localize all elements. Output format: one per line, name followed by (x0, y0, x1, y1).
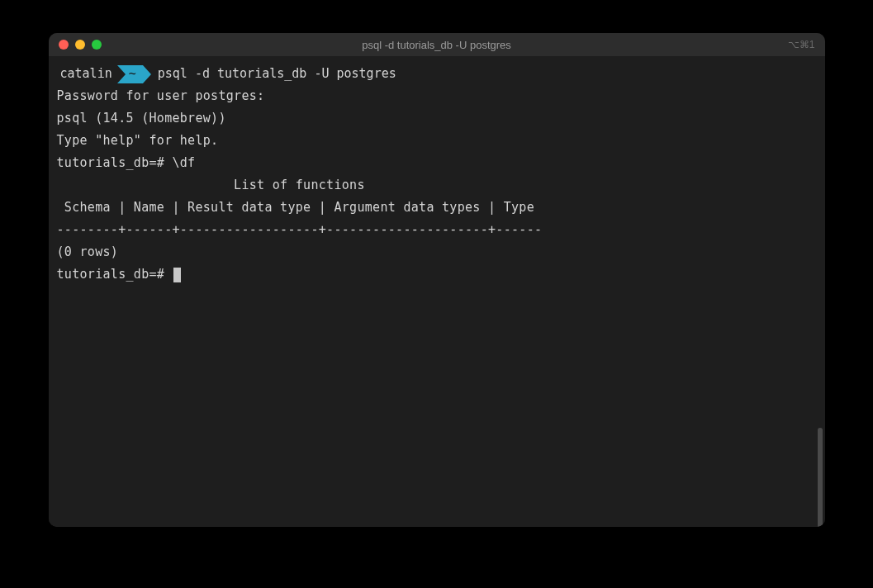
window-titlebar[interactable]: psql -d tutorials_db -U postgres ⌥⌘1 (49, 33, 825, 56)
output-line: psql (14.5 (Homebrew)) (57, 107, 817, 130)
table-divider: --------+------+------------------+-----… (57, 219, 817, 241)
scrollbar[interactable] (818, 428, 823, 527)
close-button[interactable] (59, 40, 69, 50)
output-line: Type "help" for help. (57, 130, 817, 152)
prompt-badge: ~ (117, 65, 143, 83)
psql-command-line: tutorials_db=# \df (57, 152, 817, 174)
terminal-window: psql -d tutorials_db -U postgres ⌥⌘1 cat… (49, 33, 825, 527)
output-heading: List of functions (57, 174, 817, 197)
shell-command: psql -d tutorials_db -U postgres (158, 63, 396, 85)
cursor-icon (173, 268, 181, 282)
prompt-user: catalin (57, 63, 117, 85)
window-title: psql -d tutorials_db -U postgres (362, 39, 511, 51)
psql-prompt-line: tutorials_db=# (57, 263, 817, 286)
terminal-body[interactable]: catalin ~ psql -d tutorials_db -U postgr… (49, 56, 825, 527)
window-shortcut: ⌥⌘1 (788, 39, 815, 50)
maximize-button[interactable] (92, 40, 102, 50)
shell-prompt-line: catalin ~ psql -d tutorials_db -U postgr… (57, 63, 817, 85)
minimize-button[interactable] (75, 40, 85, 50)
psql-prompt: tutorials_db=# (57, 267, 173, 282)
table-header: Schema | Name | Result data type | Argum… (57, 197, 817, 219)
output-line: Password for user postgres: (57, 85, 817, 107)
row-count: (0 rows) (57, 241, 817, 263)
traffic-lights (59, 40, 102, 50)
